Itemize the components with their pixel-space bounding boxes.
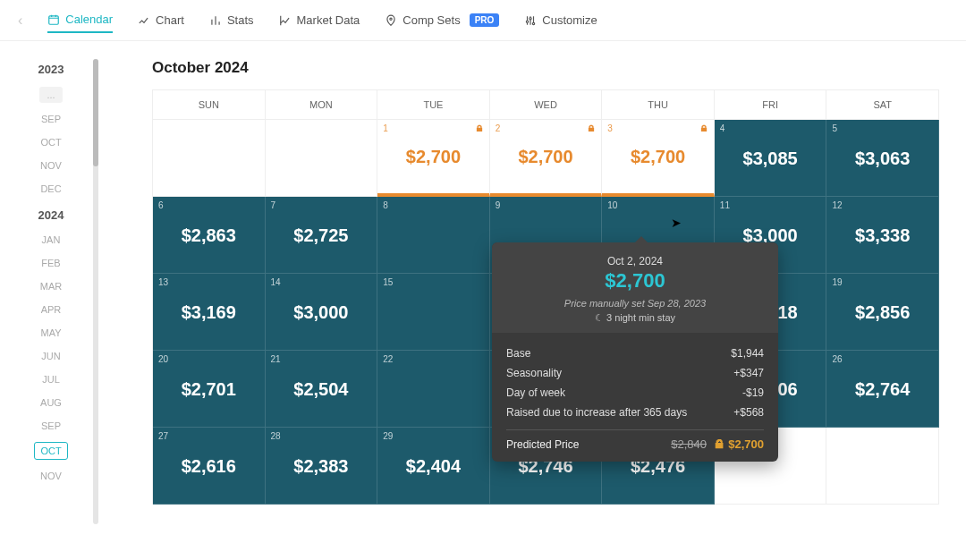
month-sidebar: 2023...SEPOCTNOVDEC2024JANFEBMARAPRMAYJU… (0, 41, 98, 560)
chart-icon (138, 14, 150, 27)
nav-customize[interactable]: Customize (524, 7, 597, 33)
day-price: $3,063 (826, 148, 938, 168)
calendar-day-15[interactable]: 15 (377, 274, 490, 351)
tooltip-date: Oct 2, 2024 (501, 255, 769, 267)
day-number: 20 (158, 354, 259, 364)
tooltip-arrow (635, 236, 648, 242)
month-sep[interactable]: SEP (18, 112, 84, 126)
calendar-day-20[interactable]: 20$2,701 (153, 351, 266, 428)
day-number: 14 (271, 277, 372, 287)
calendar-day-21[interactable]: 21$2,504 (266, 351, 378, 428)
calendar-day-19[interactable]: 19$2,856 (826, 274, 939, 351)
calendar-day-14[interactable]: 14$3,000 (266, 274, 378, 351)
month-mar[interactable]: MAR (18, 279, 84, 293)
calendar-day-26[interactable]: 26$2,764 (826, 351, 939, 428)
day-number: 19 (832, 277, 933, 287)
day-price: $2,863 (153, 225, 265, 245)
market-icon (279, 14, 292, 27)
svg-point-1 (390, 18, 392, 20)
day-number: 13 (158, 277, 259, 287)
day-number: 10 (607, 200, 708, 210)
month-feb[interactable]: FEB (18, 256, 84, 270)
tooltip-price: $2,700 (501, 269, 769, 293)
day-price: $3,000 (266, 301, 377, 322)
day-number: 6 (158, 200, 259, 210)
tooltip-header: Oct 2, 2024 $2,700 Price manually set Se… (492, 242, 778, 333)
month-jun[interactable]: JUN (18, 349, 84, 363)
month-nov[interactable]: NOV (18, 469, 84, 483)
day-number: 4 (720, 123, 821, 133)
tooltip-row: Base$1,944 (506, 344, 764, 363)
nav-market-data[interactable]: Market Data (279, 7, 360, 33)
calendar-day-27[interactable]: 27$2,616 (153, 428, 266, 505)
month-...[interactable]: ... (39, 87, 62, 103)
day-number: 8 (383, 200, 484, 210)
row-value: $1,944 (731, 347, 764, 360)
dow-header: MON (266, 90, 378, 120)
calendar-day-3[interactable]: 3🔒︎$2,700 (602, 120, 715, 197)
back-button[interactable]: ‹ (18, 13, 22, 29)
day-number: 26 (832, 354, 933, 364)
month-jul[interactable]: JUL (18, 372, 84, 386)
predicted-strike: $2,840 (671, 437, 707, 451)
top-nav: ‹ CalendarChartStatsMarket DataComp Sets… (0, 0, 966, 41)
day-price: $2,404 (377, 455, 489, 476)
svg-point-3 (530, 17, 531, 19)
calendar-icon (47, 13, 60, 26)
nav-label: Chart (156, 13, 184, 27)
moon-icon: ☾ (595, 312, 604, 323)
nav-stats[interactable]: Stats (209, 7, 254, 33)
calendar-day-12[interactable]: 12$3,338 (826, 197, 939, 274)
month-nov[interactable]: NOV (18, 158, 84, 173)
lock-icon: 🔒︎ (587, 123, 596, 133)
nav-label: Stats (227, 13, 254, 27)
calendar-day-28[interactable]: 28$2,383 (266, 428, 378, 505)
day-number: 2 (496, 123, 597, 133)
nav-comp-sets[interactable]: Comp SetsPRO (385, 7, 499, 33)
calendar-day-29[interactable]: 29$2,404 (377, 428, 490, 505)
day-number: 12 (832, 200, 933, 210)
dow-header: FRI (715, 90, 827, 120)
calendar-day-7[interactable]: 7$2,725 (266, 197, 378, 274)
tooltip-body: Base$1,944Seasonality+$347Day of week-$1… (492, 333, 778, 462)
tooltip-note: Price manually set Sep 28, 2023 (501, 298, 769, 309)
day-price: $2,700 (377, 147, 489, 167)
calendar-main: October 2024 SUNMONTUEWEDTHUFRISAT1🔒︎$2,… (98, 41, 966, 560)
calendar-day-8[interactable]: 8 (377, 197, 490, 274)
month-jan[interactable]: JAN (18, 233, 84, 247)
calendar-day-5[interactable]: 5$3,063 (826, 120, 939, 197)
tooltip-row: Seasonality+$347 (506, 363, 764, 383)
month-oct[interactable]: OCT (34, 442, 67, 460)
month-sep[interactable]: SEP (18, 419, 84, 433)
pro-badge: PRO (470, 13, 500, 27)
day-price: $3,085 (715, 148, 826, 168)
predicted-label: Predicted Price (506, 438, 579, 451)
calendar-day-6[interactable]: 6$2,863 (153, 197, 266, 274)
layout: 2023...SEPOCTNOVDEC2024JANFEBMARAPRMAYJU… (0, 41, 966, 560)
month-oct[interactable]: OCT (18, 135, 84, 149)
row-label: Raised due to increase after 365 days (506, 406, 687, 419)
calendar-cell-empty (266, 120, 378, 197)
calendar-day-22[interactable]: 22 (377, 351, 490, 428)
month-aug[interactable]: AUG (18, 395, 84, 410)
calendar-title: October 2024 (152, 59, 939, 77)
month-dec[interactable]: DEC (18, 182, 84, 196)
nav-calendar[interactable]: Calendar (47, 7, 113, 33)
nav-chart[interactable]: Chart (138, 7, 184, 33)
day-number: 7 (271, 200, 372, 210)
day-price: $2,701 (153, 378, 265, 399)
calendar-day-1[interactable]: 1🔒︎$2,700 (377, 120, 490, 197)
nav-label: Calendar (65, 13, 113, 26)
day-number: 11 (720, 200, 821, 210)
calendar-day-13[interactable]: 13$3,169 (153, 274, 266, 351)
calendar-cell-empty (826, 428, 939, 505)
calendar-day-2[interactable]: 2🔒︎$2,700 (490, 120, 603, 197)
month-apr[interactable]: APR (18, 302, 84, 317)
month-may[interactable]: MAY (18, 326, 84, 340)
dow-header: SAT (826, 90, 939, 120)
sliders-icon (524, 14, 537, 27)
calendar-day-4[interactable]: 4$3,085 (715, 120, 827, 197)
row-label: Seasonality (506, 367, 562, 379)
day-price: $2,700 (490, 147, 602, 167)
tooltip-min-stay: ☾ 3 night min stay (501, 312, 769, 324)
